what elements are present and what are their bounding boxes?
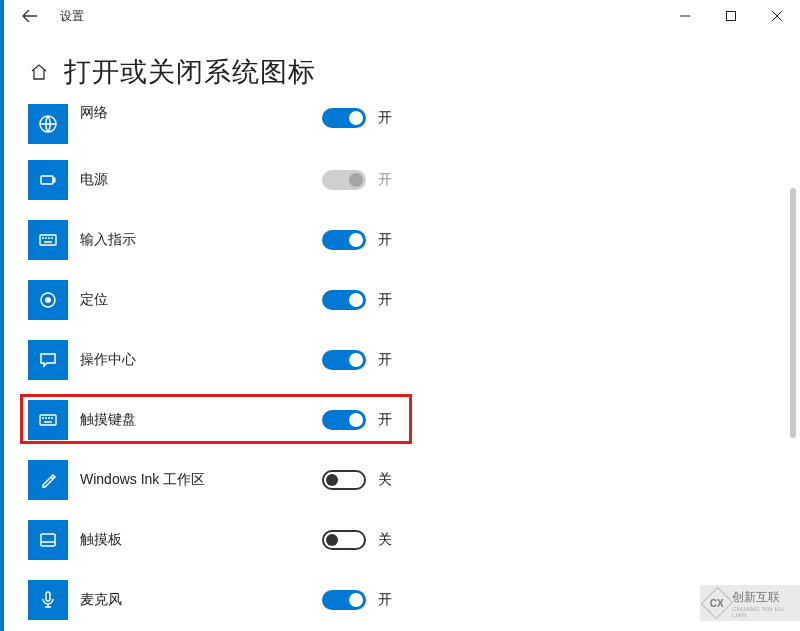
svg-rect-3	[41, 176, 53, 184]
setting-row-ime: 输入指示 开	[28, 210, 800, 270]
setting-label: 网络	[80, 104, 108, 122]
watermark: CX 创新互联 CHUANG XIN HU LIAN	[700, 585, 800, 621]
setting-row-windows-ink: Windows Ink 工作区 关	[28, 450, 800, 510]
toggle-state: 关	[378, 471, 392, 489]
touchpad-icon	[28, 520, 68, 560]
toggle-ime[interactable]	[322, 230, 366, 250]
setting-label: 触摸板	[80, 531, 122, 549]
setting-label: 触摸键盘	[80, 411, 136, 429]
setting-label: 麦克风	[80, 591, 122, 609]
svg-rect-1	[727, 12, 736, 21]
home-icon[interactable]	[28, 61, 50, 83]
toggle-state: 开	[378, 291, 392, 309]
watermark-brand: 创新互联	[732, 589, 794, 606]
toggle-state: 开	[378, 231, 392, 249]
page-header: 打开或关闭系统图标	[4, 32, 800, 104]
toggle-state: 开	[378, 411, 392, 429]
setting-label: 输入指示	[80, 231, 136, 249]
minimize-button[interactable]	[662, 0, 708, 32]
svg-rect-13	[40, 415, 56, 425]
setting-label: 定位	[80, 291, 108, 309]
keyboard-icon	[28, 220, 68, 260]
setting-row-touchpad: 触摸板 关	[28, 510, 800, 570]
setting-label: 操作中心	[80, 351, 136, 369]
ink-icon	[28, 460, 68, 500]
setting-label: Windows Ink 工作区	[80, 471, 205, 489]
setting-row-network: 网络 开	[28, 104, 800, 150]
page-title: 打开或关闭系统图标	[64, 54, 316, 90]
window-controls	[662, 0, 800, 32]
back-button[interactable]	[18, 4, 42, 28]
toggle-microphone[interactable]	[322, 590, 366, 610]
toggle-state: 开	[378, 351, 392, 369]
toggle-touch-keyboard[interactable]	[322, 410, 366, 430]
window-title: 设置	[60, 8, 84, 25]
watermark-sub: CHUANG XIN HU LIAN	[732, 606, 794, 618]
action-center-icon	[28, 340, 68, 380]
svg-rect-5	[40, 235, 56, 245]
setting-row-touch-keyboard: 触摸键盘 开	[28, 390, 800, 450]
close-button[interactable]	[754, 0, 800, 32]
scrollbar[interactable]	[790, 188, 796, 438]
toggle-network[interactable]	[322, 108, 366, 128]
setting-row-action-center: 操作中心 开	[28, 330, 800, 390]
microphone-icon	[28, 580, 68, 620]
location-icon	[28, 280, 68, 320]
svg-rect-4	[53, 178, 55, 182]
toggle-touchpad[interactable]	[322, 530, 366, 550]
touch-keyboard-icon	[28, 400, 68, 440]
setting-label: 电源	[80, 171, 108, 189]
toggle-state: 开	[378, 591, 392, 609]
toggle-windows-ink[interactable]	[322, 470, 366, 490]
maximize-button[interactable]	[708, 0, 754, 32]
toggle-state: 开	[378, 171, 392, 189]
network-icon	[28, 104, 68, 144]
toggle-state: 关	[378, 531, 392, 549]
settings-list: 网络 开 电源 开 输入指示 开 定位 开	[4, 104, 800, 630]
svg-rect-21	[46, 592, 50, 601]
toggle-action-center[interactable]	[322, 350, 366, 370]
svg-rect-19	[41, 534, 55, 546]
watermark-logo: CX	[701, 587, 733, 619]
toggle-power	[322, 170, 366, 190]
svg-point-12	[46, 298, 51, 303]
setting-row-power: 电源 开	[28, 150, 800, 210]
toggle-location[interactable]	[322, 290, 366, 310]
setting-row-location: 定位 开	[28, 270, 800, 330]
power-icon	[28, 160, 68, 200]
setting-row-microphone: 麦克风 开	[28, 570, 800, 630]
toggle-state: 开	[378, 109, 392, 127]
